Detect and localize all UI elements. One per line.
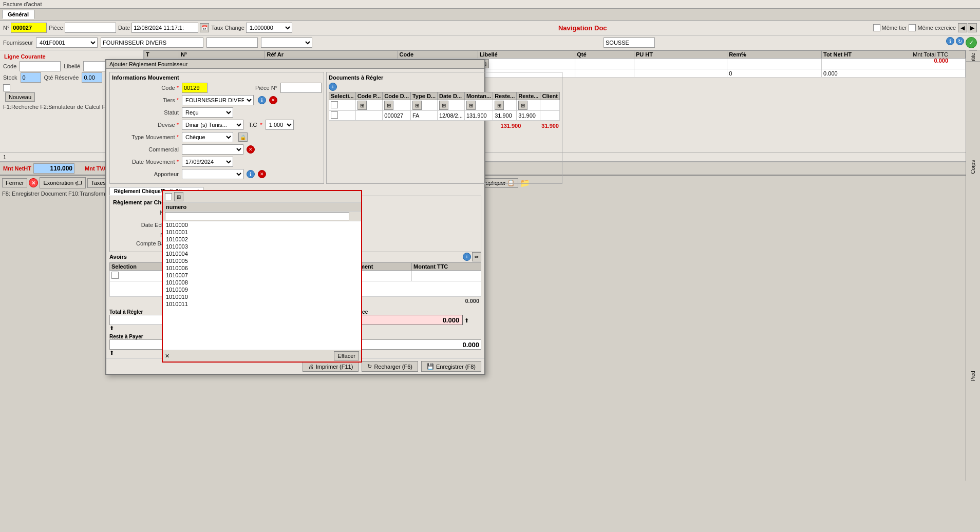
dropdown-filter-btn[interactable]: ⊞ xyxy=(174,192,183,201)
tc-select[interactable]: 1.000 xyxy=(266,120,294,130)
imprimer-f11-btn[interactable]: 🖨 Imprimer (F11) xyxy=(303,361,359,372)
apporteur-info-btn[interactable]: ℹ xyxy=(247,170,255,178)
tab-general[interactable]: Général xyxy=(2,10,34,19)
apporteur-label: Apporteur xyxy=(112,171,179,177)
dropdown-item[interactable]: 1010010 xyxy=(163,293,361,300)
docs-filter-code-p[interactable]: ⊞ xyxy=(357,101,367,110)
title-text: Facture d'achat xyxy=(3,1,42,7)
devise-select[interactable]: Dinar (s) Tunis... xyxy=(182,120,243,130)
prev-arrow[interactable]: ◀ xyxy=(958,23,967,32)
type-mouv-label: Type Mouvement * xyxy=(112,134,179,140)
dropdown-header: ⊞ xyxy=(163,191,361,203)
fournisseur-code-select[interactable]: 401F0001 xyxy=(36,37,98,48)
dropdown-filter-input[interactable] xyxy=(165,212,349,220)
dropdown-col-header: numero xyxy=(163,203,361,212)
doc-checkbox[interactable] xyxy=(331,111,338,119)
tiers-info-btn[interactable]: ℹ xyxy=(258,96,266,104)
mnt-netht-item: Mnt NetHT xyxy=(3,163,74,174)
fournisseur-extra-select[interactable] xyxy=(261,37,312,48)
n-field-group: N° xyxy=(3,23,47,33)
meme-tier-checkbox[interactable] xyxy=(873,24,880,31)
docs-filter-montant[interactable]: ⊞ xyxy=(466,101,476,110)
apporteur-clear-btn[interactable]: ✕ xyxy=(258,170,266,178)
mnt-total-ttc-value: 0.000 xyxy=(913,58,948,64)
dropdown-close-x[interactable]: ✕ xyxy=(165,353,169,359)
close-icon[interactable]: ✕ xyxy=(29,178,38,187)
next-arrow[interactable]: ▶ xyxy=(968,23,977,32)
dropdown-item[interactable]: 1010000 xyxy=(163,221,361,229)
compte-bancaire-dropdown: ⊞ numero 1010000101000110100021010003101… xyxy=(162,190,362,363)
stock-label: Stock xyxy=(3,74,17,81)
dropdown-item[interactable]: 1010006 xyxy=(163,264,361,272)
enregistrer-f8-btn[interactable]: 💾 Enregistrer (F8) xyxy=(421,361,481,372)
piece-n-input[interactable] xyxy=(280,83,322,93)
tiers-clear-btn[interactable]: ✕ xyxy=(269,96,277,104)
dropdown-item[interactable]: 1010007 xyxy=(163,272,361,279)
docs-filter-code-d[interactable]: ⊞ xyxy=(384,101,393,110)
docs-regler-title: Documents à Régler xyxy=(329,74,560,81)
total-a-regler-spin[interactable]: ⬆ xyxy=(109,325,114,331)
pied-side-label[interactable]: Pied xyxy=(966,272,980,481)
reste-a-payer-spin[interactable]: ⬆ xyxy=(109,350,114,356)
fournisseur-refresh-btn[interactable]: ↻ xyxy=(956,37,964,45)
docs-filter-reste2[interactable]: ⊞ xyxy=(518,101,527,110)
printer-icon: 🖨 xyxy=(308,364,314,370)
n-input[interactable] xyxy=(11,23,47,33)
date-picker-btn[interactable]: 📅 xyxy=(200,23,209,32)
fournisseur-extra-input[interactable] xyxy=(206,37,258,48)
docs-toolbar: + xyxy=(329,83,560,91)
dropdown-item[interactable]: 1010011 xyxy=(163,300,361,308)
apporteur-select[interactable] xyxy=(182,169,243,179)
fournisseur-name-input[interactable] xyxy=(101,37,203,48)
docs-filter-date-d[interactable]: ⊞ xyxy=(439,101,448,110)
qte-reservee-input[interactable] xyxy=(82,72,102,83)
statut-label: Statut xyxy=(112,109,179,116)
avoirs-add-btn[interactable]: + xyxy=(463,253,471,261)
corps-side-label[interactable]: Corps xyxy=(966,62,980,272)
effacer-btn[interactable]: Effacer xyxy=(334,351,359,360)
dropdown-item[interactable]: 1010004 xyxy=(163,250,361,257)
lock-btn[interactable]: 🔒 xyxy=(238,132,248,142)
type-mouv-select[interactable]: Chèque xyxy=(182,132,233,142)
meme-exercice-label: Même exercice xyxy=(917,25,956,31)
code-field[interactable] xyxy=(182,83,208,93)
recharger-f6-btn[interactable]: ↻ Recharger (F6) xyxy=(362,361,418,372)
docs-filter-reste1[interactable]: ⊞ xyxy=(495,101,504,110)
meme-exercice-checkbox[interactable] xyxy=(909,24,916,31)
docs-table: Selecti... Code P... Code D... Type D...… xyxy=(329,92,560,121)
piece-input[interactable] xyxy=(65,23,116,33)
dropdown-item[interactable]: 1010008 xyxy=(163,279,361,286)
avoirs-select-all[interactable] xyxy=(111,272,119,279)
taux-change-select[interactable]: 1.000000 xyxy=(246,23,292,33)
commercial-clear-btn[interactable]: ✕ xyxy=(247,145,255,154)
exoneration-btn[interactable]: Exonération 🏷 xyxy=(40,177,86,188)
code-input[interactable] xyxy=(20,61,61,71)
date-mouv-select[interactable]: 17/09/2024 xyxy=(182,157,233,167)
dropdown-item[interactable]: 1010009 xyxy=(163,286,361,293)
docs-filter-type-d[interactable]: ⊞ xyxy=(412,101,422,110)
mnt-netht-value[interactable] xyxy=(33,163,74,174)
avoirs-edit-btn[interactable]: ✏ xyxy=(472,252,481,261)
date-input[interactable] xyxy=(131,23,198,33)
montant-retenue-spin[interactable]: ⬆ xyxy=(464,317,469,324)
dropdown-item[interactable]: 1010001 xyxy=(163,229,361,236)
stock-input[interactable] xyxy=(21,72,41,83)
dropdown-item[interactable]: 1010003 xyxy=(163,243,361,250)
nouveau-btn[interactable]: Nouveau xyxy=(5,92,35,102)
infos-mouvement-panel: Informations Mouvement Code * Pièce N° T… xyxy=(109,72,324,184)
lc-checkbox[interactable] xyxy=(3,84,10,91)
fournisseur-confirm-btn[interactable]: ✓ xyxy=(966,37,977,48)
doc-row[interactable]: 000027 FA 12/08/2... 131.900 31.900 31.9… xyxy=(329,111,560,121)
fournisseur-info-btn[interactable]: ℹ xyxy=(946,37,954,45)
docs-add-btn[interactable]: + xyxy=(329,83,337,91)
commercial-select[interactable] xyxy=(182,144,243,155)
statut-select[interactable]: Reçu xyxy=(182,107,233,118)
fournisseur-city-input[interactable] xyxy=(604,37,655,48)
tiers-select[interactable]: FOURNISSEUR DIVERS xyxy=(182,95,254,105)
dropdown-select-all[interactable] xyxy=(165,193,172,200)
dropdown-item[interactable]: 1010002 xyxy=(163,236,361,243)
taux-change-group: Taux Change 1.000000 xyxy=(211,23,292,33)
fermer-btn[interactable]: Fermer xyxy=(2,178,27,187)
dropdown-item[interactable]: 1010005 xyxy=(163,257,361,264)
docs-select-all[interactable] xyxy=(331,101,338,108)
